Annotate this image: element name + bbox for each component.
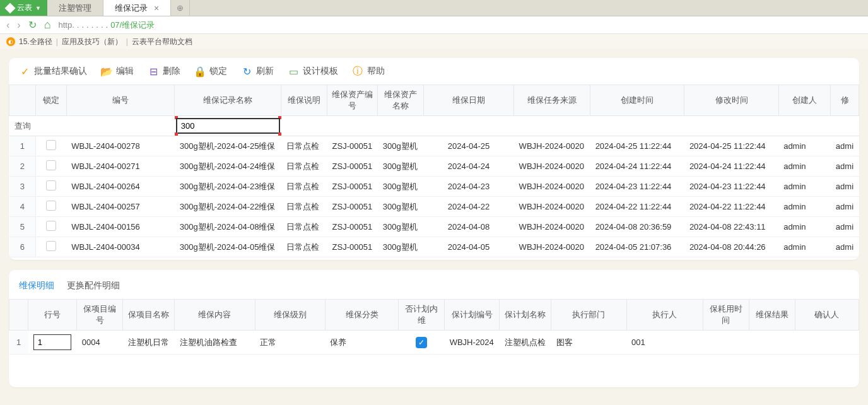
- col-desc[interactable]: 维保说明: [281, 85, 327, 116]
- cell-dept: 图客: [551, 331, 626, 355]
- template-button[interactable]: ▭ 设计模板: [288, 66, 338, 77]
- col-content[interactable]: 维保内容: [175, 300, 255, 331]
- col-item-name[interactable]: 保项目名称: [123, 300, 175, 331]
- template-icon: ▭: [288, 66, 299, 77]
- col-rownum[interactable]: 行号: [28, 300, 77, 331]
- cell-name: 300g塑机-2024-04-22维保: [175, 197, 281, 217]
- col-modify-time[interactable]: 修改时间: [684, 85, 778, 116]
- cell-asset-name: 300g塑机: [378, 197, 424, 217]
- table-header-row: 锁定 编号 维保记录名称 维保说明 维保资产编号 维保资产名称 维保日期 维保任…: [9, 85, 859, 116]
- col-confirm[interactable]: 确认人: [795, 300, 859, 331]
- col-name[interactable]: 维保记录名称: [175, 85, 281, 116]
- diamond-icon: [5, 3, 16, 13]
- cell-create-time: 2024-04-25 11:22:44: [590, 136, 684, 156]
- help-icon: ⓘ: [352, 66, 363, 77]
- rownum-input[interactable]: [33, 334, 71, 350]
- close-icon[interactable]: ×: [154, 3, 159, 13]
- cell-modify-time: 2024-04-24 11:22:44: [684, 156, 778, 177]
- col-code[interactable]: 编号: [66, 85, 174, 116]
- col-plan-code[interactable]: 保计划编号: [445, 300, 500, 331]
- table-row[interactable]: 4WBJL-2404-00257300g塑机-2024-04-22维保日常点检Z…: [9, 197, 859, 217]
- col-dept[interactable]: 执行部门: [551, 300, 626, 331]
- col-source[interactable]: 维保任务来源: [514, 85, 590, 116]
- col-item-code[interactable]: 保项目编号: [77, 300, 123, 331]
- col-asset-code[interactable]: 维保资产编号: [327, 85, 378, 116]
- forward-icon[interactable]: ›: [17, 20, 20, 31]
- cell-asset-code: ZSJ-00051: [327, 197, 378, 217]
- col-category[interactable]: 维保分类: [325, 300, 398, 331]
- cell-modify-time: 2024-04-22 11:22:44: [684, 197, 778, 217]
- tab-label: 维保记录: [115, 3, 148, 14]
- cell-date: 2024-04-24: [423, 156, 513, 177]
- edit-button[interactable]: 📂 编辑: [101, 66, 134, 77]
- main-table: 锁定 编号 维保记录名称 维保说明 维保资产编号 维保资产名称 维保日期 维保任…: [9, 85, 859, 257]
- cell-creator: admin: [778, 217, 831, 237]
- cell-creator: admin: [778, 156, 831, 177]
- cell-asset-name: 300g塑机: [378, 136, 424, 156]
- col-asset-name[interactable]: 维保资产名称: [378, 85, 424, 116]
- cell-asset-name: 300g塑机: [378, 237, 424, 257]
- col-plan-name[interactable]: 保计划名称: [500, 300, 551, 331]
- col-time[interactable]: 保耗用时间: [703, 300, 749, 331]
- cell-date: 2024-04-05: [423, 237, 513, 257]
- cell-asset-code: ZSJ-00051: [327, 177, 378, 197]
- app-brand-tab[interactable]: 云表 ▼: [0, 0, 47, 16]
- col-result[interactable]: 维保结果: [749, 300, 795, 331]
- tab-maintenance-detail[interactable]: 维保明细: [19, 280, 54, 291]
- tab-injection-mgmt[interactable]: 注塑管理: [47, 0, 103, 16]
- lock-button[interactable]: 🔒 锁定: [194, 66, 227, 77]
- detail-panel: 维保明细 更换配件明细 行号 保项目编号 保项目名称 维保内容 维保级别 维保分…: [9, 270, 859, 387]
- tab-maintenance-record[interactable]: 维保记录 ×: [103, 0, 171, 16]
- refresh-icon[interactable]: ↻: [28, 19, 37, 31]
- home-icon[interactable]: ⌂: [44, 18, 51, 32]
- col-create-time[interactable]: 创建时间: [590, 85, 684, 116]
- detail-row[interactable]: 1 0004 注塑机日常 注塑机油路检查 正常 保养 ✓ WBJH-2024 注…: [9, 331, 859, 355]
- tab-bar: 云表 ▼ 注塑管理 维保记录 × ⊕: [0, 0, 868, 16]
- refresh-button[interactable]: ↻ 刷新: [241, 66, 274, 77]
- lock-icon: 🔒: [194, 66, 206, 77]
- cell-name: 300g塑机-2024-04-23维保: [175, 177, 281, 197]
- cell-code: WBJL-2404-00278: [66, 136, 174, 156]
- col-date[interactable]: 维保日期: [423, 85, 513, 116]
- row-index: 1: [9, 136, 36, 156]
- col-modifier[interactable]: 修: [831, 85, 859, 116]
- col-lock[interactable]: 锁定: [36, 85, 66, 116]
- tab-add[interactable]: ⊕: [171, 0, 190, 16]
- help-button[interactable]: ⓘ 帮助: [352, 66, 385, 77]
- col-executor[interactable]: 执行人: [626, 300, 703, 331]
- delete-button[interactable]: ⊟ 删除: [148, 66, 180, 77]
- table-row[interactable]: 1WBJL-2404-00278300g塑机-2024-04-25维保日常点检Z…: [9, 136, 859, 156]
- cell-modifier: admi: [831, 237, 859, 257]
- cell-date: 2024-04-25: [423, 136, 513, 156]
- breadcrumb-item[interactable]: 应用及技巧（新）: [62, 37, 122, 47]
- lock-checkbox[interactable]: [46, 241, 56, 251]
- cell-source: WBJH-2024-0020: [514, 217, 590, 237]
- url-text: http........07/维保记录: [59, 20, 155, 31]
- filter-name-input[interactable]: [176, 118, 280, 134]
- detail-table: 行号 保项目编号 保项目名称 维保内容 维保级别 维保分类 否计划内维 保计划编…: [9, 299, 859, 385]
- lock-checkbox[interactable]: [46, 180, 56, 191]
- table-row[interactable]: 6WBJL-2404-00034300g塑机-2024-04-05维保日常点检Z…: [9, 237, 859, 257]
- planned-checkbox[interactable]: ✓: [416, 337, 427, 348]
- breadcrumb-item[interactable]: 云表平台帮助文档: [132, 37, 192, 47]
- table-row[interactable]: 5WBJL-2404-00156300g塑机-2024-04-08维保日常点检Z…: [9, 217, 859, 237]
- table-row[interactable]: 3WBJL-2404-00264300g塑机-2024-04-23维保日常点检Z…: [9, 177, 859, 197]
- lock-checkbox[interactable]: [46, 221, 56, 231]
- breadcrumb-item[interactable]: 15.全路径: [19, 37, 52, 47]
- col-level[interactable]: 维保级别: [255, 300, 325, 331]
- cell-name: 300g塑机-2024-04-24维保: [175, 156, 281, 177]
- table-row[interactable]: 2WBJL-2404-00271300g塑机-2024-04-24维保日常点检Z…: [9, 156, 859, 177]
- lock-checkbox[interactable]: [46, 160, 56, 170]
- tab-replaced-parts[interactable]: 更换配件明细: [67, 280, 120, 291]
- back-icon[interactable]: ‹: [6, 20, 9, 31]
- row-index: 5: [9, 217, 36, 237]
- col-planned[interactable]: 否计划内维: [399, 300, 445, 331]
- lock-checkbox[interactable]: [46, 140, 56, 150]
- col-creator[interactable]: 创建人: [778, 85, 831, 116]
- cell-source: WBJH-2024-0020: [514, 177, 590, 197]
- cell-creator: admin: [778, 136, 831, 156]
- lock-checkbox[interactable]: [46, 201, 56, 211]
- batch-confirm-button[interactable]: ✓ 批量结果确认: [19, 66, 87, 77]
- breadcrumb: ◐ 15.全路径 | 应用及技巧（新） | 云表平台帮助文档: [0, 34, 868, 49]
- cell-asset-name: 300g塑机: [378, 217, 424, 237]
